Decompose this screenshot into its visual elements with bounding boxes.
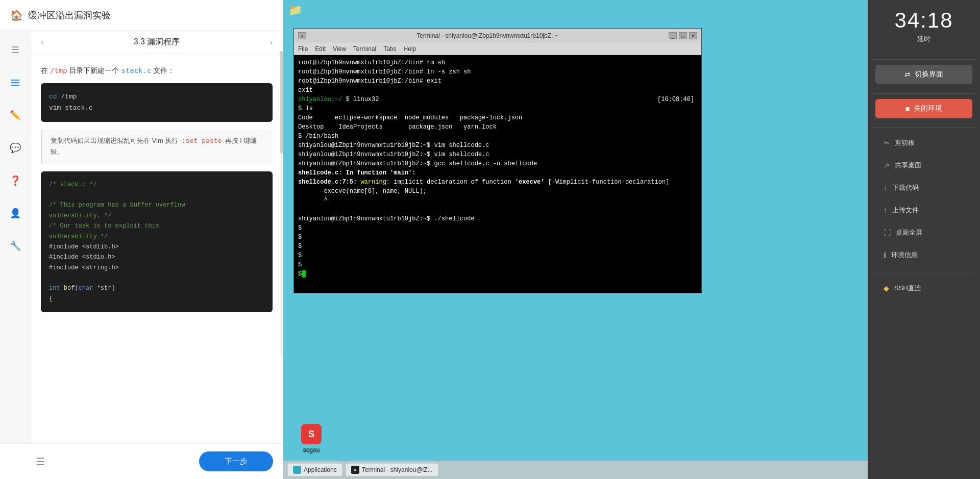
left-sidebar-icons: ☰ ✏️ 💬 ❓ 👤 🔧 <box>0 31 31 443</box>
sidebar-icon-chat[interactable]: 💬 <box>6 139 24 157</box>
clipboard-label: 剪切板 <box>895 138 915 147</box>
sidebar-icon-settings[interactable]: 🔧 <box>6 237 24 255</box>
divider-4 <box>873 273 975 273</box>
right-panel: 34:18 延时 ⇄ 切换界面 ■ 关闭环境 ✂ 剪切板 ↗ 共享桌面 ↓ 下载… <box>868 0 980 479</box>
terminal-cursor <box>302 270 306 278</box>
nav-title: 3.3 漏洞程序 <box>134 37 180 47</box>
clipboard-btn[interactable]: ✂ 剪切板 <box>875 133 972 153</box>
next-button[interactable]: 下一步 <box>199 451 273 471</box>
download-code-btn[interactable]: ↓ 下载代码 <box>875 178 972 197</box>
sogou-desktop-icon[interactable]: S sogou <box>293 424 329 453</box>
content-area: 在 /tmp 目录下新建一个 stack.c 文件： cd /tmp vim s… <box>31 54 283 312</box>
sidebar-icon-edit[interactable]: ✏️ <box>6 106 24 124</box>
switch-label: 切换界面 <box>915 70 943 79</box>
sidebar-icon-numbered[interactable] <box>6 73 24 92</box>
intro-text: 在 /tmp 目录下新建一个 stack.c 文件： <box>41 64 273 77</box>
divider-2 <box>873 93 975 94</box>
terminal-line: shiyanlou@iZbp1h9nvnwmxtu1rb10jbZ:~$ vim… <box>298 150 697 159</box>
terminal-line: shellcode.c:7:5: warning: implicit decla… <box>298 178 697 187</box>
left-panel: 🏠 缓冲区溢出漏洞实验 ☰ ✏️ 💬 ❓ 👤 🔧 ‹ 3.3 漏洞程序 › <box>0 0 283 479</box>
timer-display: 34:18 <box>894 8 953 33</box>
terminal-line: shiyanlou@iZbp1h9nvnwmxtu1rb10jbZ:~$ gcc… <box>298 159 697 168</box>
delay-label: 延时 <box>917 35 930 44</box>
ssh-connect-btn[interactable]: ◆ SSH直连 <box>875 279 972 298</box>
sidebar-icon-help[interactable]: ❓ <box>6 171 24 190</box>
terminal-menubar: File Edit View Terminal Tabs Help <box>294 43 701 55</box>
terminal-line <box>298 205 697 214</box>
left-header: 🏠 缓冲区溢出漏洞实验 <box>0 0 283 31</box>
terminal-line: execve(name[0], name, NULL); <box>298 187 697 196</box>
center-desktop: 📁 ▪ Terminal - shiyanlou@iZbp1h9nvnwmxtu… <box>283 0 868 479</box>
taskbar-terminal[interactable]: ▪ Terminal - shiyanlou@iZ... <box>346 463 438 476</box>
sogou-icon: S <box>301 424 322 444</box>
switch-interface-btn[interactable]: ⇄ 切换界面 <box>875 65 972 84</box>
terminal-line: root@iZbp1h9nvnwmxtu1rb10jbZ:/bin# ln -s… <box>298 67 697 77</box>
terminal-label: Terminal - shiyanlou@iZ... <box>362 466 433 473</box>
close-icon: ■ <box>905 105 910 113</box>
terminal-line: Desktop IdeaProjects package.json yarn.l… <box>298 122 697 132</box>
nav-prev-btn[interactable]: ‹ <box>41 38 43 47</box>
terminal-line: ^ <box>298 196 697 205</box>
switch-icon: ⇄ <box>904 70 911 79</box>
upload-file-btn[interactable]: ↑ 上传文件 <box>875 200 972 220</box>
nav-bar: ‹ 3.3 漏洞程序 › <box>31 31 283 54</box>
left-bottom: ☰ 下一步 <box>0 443 283 479</box>
taskbar-applications[interactable]: 🌐 Applications <box>287 463 342 476</box>
terminal-line: $ <box>298 260 697 269</box>
applications-icon: 🌐 <box>293 466 301 474</box>
code-include: #include <stdlib.h> <box>49 242 264 252</box>
taskbar: 🌐 Applications ▪ Terminal - shiyanlou@iZ… <box>283 461 868 479</box>
code-comment: vulnerability */ <box>49 232 264 242</box>
code-comment: /* Our task is to exploit this <box>49 221 264 231</box>
menu-view[interactable]: View <box>333 45 346 53</box>
highlight-stack: stack.c <box>121 66 151 74</box>
fullscreen-label: 桌面全屏 <box>896 228 922 237</box>
folder-icon[interactable]: 📁 <box>288 4 302 17</box>
win-controls: _ □ ✕ <box>669 32 697 39</box>
terminal-line: $ ls <box>298 104 697 113</box>
terminal-window: ▪ Terminal - shiyanlou@iZbp1h9nvnwmxtu1r… <box>293 28 702 293</box>
scroll-bar <box>280 51 283 357</box>
upload-label: 上传文件 <box>892 206 919 215</box>
close-env-btn[interactable]: ■ 关闭环境 <box>875 99 972 118</box>
menu-terminal[interactable]: Terminal <box>353 45 376 53</box>
share-icon: ↗ <box>884 161 890 169</box>
menu-tabs[interactable]: Tabs <box>383 45 396 53</box>
win-minimize-btn[interactable]: _ <box>669 32 677 39</box>
fullscreen-icon: ⛶ <box>884 229 891 237</box>
sidebar-icon-list[interactable]: ☰ <box>6 41 24 59</box>
sidebar-icon-user[interactable]: 👤 <box>6 204 24 222</box>
list-icon[interactable]: ☰ <box>36 456 45 468</box>
terminal-body[interactable]: root@iZbp1h9nvnwmxtu1rb10jbZ:/bin# rm sh… <box>294 55 701 293</box>
fullscreen-btn[interactable]: ⛶ 桌面全屏 <box>875 223 972 242</box>
code-include: #include <stdio.h> <box>49 252 264 262</box>
desktop-topbar: 📁 <box>283 0 868 20</box>
download-icon: ↓ <box>884 184 887 192</box>
terminal-line: $ <box>298 269 697 279</box>
ssh-label: SSH直连 <box>894 284 921 293</box>
nav-next-btn[interactable]: › <box>270 38 273 47</box>
env-info-btn[interactable]: ℹ 环境信息 <box>875 245 972 265</box>
menu-help[interactable]: Help <box>404 45 416 53</box>
terminal-line: shellcode.c: In function 'main': <box>298 168 697 178</box>
code-line: vim stack.c <box>49 103 264 114</box>
menu-file[interactable]: File <box>298 45 308 53</box>
code-spacer <box>49 273 264 283</box>
terminal-line: shiyanlou@iZbp1h9nvnwmxtu1rb10jbZ:~$ ./s… <box>298 214 697 223</box>
share-desktop-btn[interactable]: ↗ 共享桌面 <box>875 156 972 175</box>
scroll-thumb <box>280 51 283 153</box>
info-label: 环境信息 <box>891 250 918 260</box>
win-maximize-btn[interactable]: □ <box>679 32 687 39</box>
win-close-btn[interactable]: ✕ <box>689 32 697 39</box>
terminal-title: Terminal - shiyanlou@iZbp1h9nvnwmxtu1rb1… <box>306 32 669 39</box>
note-text: 复制代码如果出现缩进混乱可先在 Vim 执行 <box>51 137 180 144</box>
applications-label: Applications <box>304 466 337 473</box>
upload-icon: ↑ <box>884 206 887 214</box>
clipboard-icon: ✂ <box>884 139 890 147</box>
code-comment: /* stack.c */ <box>49 180 264 190</box>
menu-edit[interactable]: Edit <box>315 45 326 53</box>
code-comment: vulnerability. */ <box>49 211 264 221</box>
terminal-line: root@iZbp1h9nvnwmxtu1rb10jbZ:/bin# rm sh <box>298 58 697 67</box>
terminal-line: shiyanlou:~/ $ linux32[16:08:40] <box>298 95 697 104</box>
divider-1 <box>873 59 975 60</box>
